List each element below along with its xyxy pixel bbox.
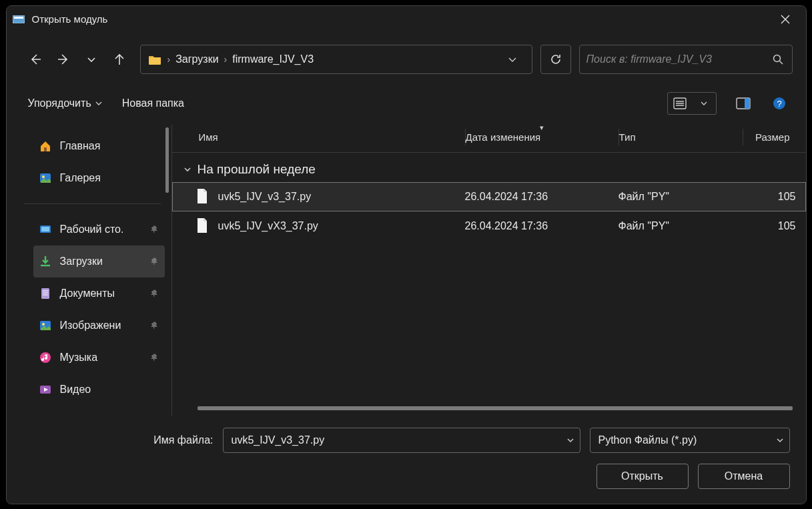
svg-point-10 [42, 175, 45, 178]
app-icon [12, 15, 25, 24]
pin-icon [150, 353, 159, 362]
desktop-icon [39, 223, 52, 236]
breadcrumb-dropdown[interactable] [508, 55, 525, 64]
pin-icon [150, 257, 159, 266]
organize-menu[interactable]: Упорядочить [23, 93, 107, 113]
sidebar: Главная Галерея Рабочий сто. Загрузки До… [7, 125, 172, 416]
svg-point-2 [773, 55, 780, 61]
videos-icon [39, 383, 52, 396]
home-icon [39, 139, 52, 153]
nav-row: › Загрузки › firmware_IJV_V3 [7, 33, 806, 86]
file-type: Файл "PY" [619, 220, 743, 232]
search-input[interactable] [586, 53, 772, 65]
help-button[interactable]: ? [766, 91, 793, 115]
filename-label: Имя файла: [23, 434, 214, 446]
breadcrumb[interactable]: › Загрузки › firmware_IJV_V3 [140, 45, 532, 74]
chevron-right-icon: › [223, 54, 229, 65]
file-icon [195, 188, 210, 205]
file-type: Файл "PY" [619, 191, 743, 203]
pictures-icon [39, 319, 52, 332]
file-icon [195, 217, 210, 235]
music-icon [39, 351, 52, 364]
folder-icon [147, 52, 162, 67]
preview-pane-button[interactable] [730, 91, 757, 115]
sidebar-scrollbar[interactable] [165, 127, 169, 193]
svg-rect-5 [745, 98, 750, 109]
close-button[interactable] [770, 6, 801, 33]
cancel-button[interactable]: Отмена [698, 464, 790, 489]
search-icon[interactable] [772, 53, 785, 65]
sidebar-item-documents[interactable]: Документы [33, 278, 165, 310]
filename-combobox[interactable] [223, 428, 580, 453]
svg-point-15 [42, 323, 45, 326]
file-list-pane: Имя ▾Дата изменения Тип Размер На прошло… [172, 125, 806, 416]
breadcrumb-downloads[interactable]: Загрузки [171, 53, 222, 65]
file-date: 26.04.2024 17:36 [465, 220, 619, 232]
footer: Имя файла: Python Файлы (*.py) Открыть О… [7, 416, 806, 504]
horizontal-scrollbar[interactable] [197, 406, 793, 410]
body: Главная Галерея Рабочий сто. Загрузки До… [7, 125, 806, 416]
svg-rect-13 [41, 288, 49, 299]
pin-icon [150, 289, 159, 298]
file-date: 26.04.2024 17:36 [465, 191, 619, 203]
sidebar-item-downloads[interactable]: Загрузки [33, 245, 165, 278]
open-button[interactable]: Открыть [596, 464, 689, 489]
svg-rect-8 [44, 147, 47, 151]
file-name: uvk5_IJV_v3_37.py [218, 191, 465, 203]
refresh-button[interactable] [541, 45, 570, 73]
file-name: uvk5_IJV_vX3_37.py [218, 220, 465, 232]
new-folder-button[interactable]: Новая папка [117, 93, 189, 113]
svg-rect-1 [14, 17, 23, 19]
chevron-down-icon [183, 165, 192, 174]
column-date[interactable]: ▾Дата изменения [466, 129, 619, 145]
titlebar: Открыть модуль [7, 6, 806, 33]
svg-rect-0 [13, 15, 25, 23]
view-mode[interactable] [667, 92, 717, 115]
column-headers: Имя ▾Дата изменения Тип Размер [172, 125, 806, 153]
up-button[interactable] [107, 47, 132, 72]
chevron-down-icon [776, 436, 784, 444]
breadcrumb-current-folder[interactable]: firmware_IJV_V3 [228, 53, 318, 65]
gallery-icon [39, 171, 52, 185]
sidebar-item-desktop[interactable]: Рабочий сто. [33, 213, 165, 245]
sidebar-item-music[interactable]: Музыка [33, 342, 165, 374]
pin-icon [150, 321, 159, 330]
column-name[interactable]: Имя [199, 129, 466, 145]
svg-text:?: ? [777, 98, 781, 108]
chevron-right-icon: › [166, 54, 172, 65]
sidebar-separator [24, 203, 161, 204]
recent-locations-button[interactable] [79, 47, 104, 72]
sidebar-item-videos[interactable]: Видео [33, 374, 165, 406]
sidebar-item-gallery[interactable]: Галерея [33, 162, 165, 194]
file-size: 105 [743, 191, 796, 203]
view-dropdown[interactable] [692, 93, 716, 114]
svg-rect-12 [41, 227, 49, 231]
downloads-icon [39, 255, 52, 268]
pin-icon [150, 225, 159, 234]
back-button[interactable] [23, 47, 48, 72]
search-box[interactable] [579, 45, 793, 74]
column-type[interactable]: Тип [619, 129, 743, 145]
file-row[interactable]: uvk5_IJV_vX3_37.py 26.04.2024 17:36 Файл… [172, 211, 806, 241]
documents-icon [39, 287, 52, 300]
file-size: 105 [743, 220, 796, 232]
group-header[interactable]: На прошлой неделе [172, 153, 806, 182]
sidebar-item-home[interactable]: Главная [33, 130, 165, 162]
open-file-dialog: Открыть модуль › Загрузки › firmware_IJV… [6, 5, 807, 504]
sidebar-item-pictures[interactable]: Изображени [33, 310, 165, 342]
window-title: Открыть модуль [32, 13, 770, 25]
file-area[interactable]: На прошлой неделе uvk5_IJV_v3_37.py 26.0… [172, 153, 806, 401]
list-view-icon[interactable] [668, 93, 692, 114]
forward-button[interactable] [51, 47, 76, 72]
filetype-combobox[interactable]: Python Файлы (*.py) [590, 428, 790, 453]
chevron-down-icon [95, 100, 102, 107]
chevron-down-icon[interactable] [566, 436, 574, 444]
filename-input[interactable] [232, 434, 566, 446]
file-row[interactable]: uvk5_IJV_v3_37.py 26.04.2024 17:36 Файл … [172, 182, 806, 211]
toolbar: Упорядочить Новая папка ? [7, 86, 806, 125]
column-size[interactable]: Размер [743, 129, 797, 145]
sort-indicator-icon: ▾ [540, 123, 544, 132]
